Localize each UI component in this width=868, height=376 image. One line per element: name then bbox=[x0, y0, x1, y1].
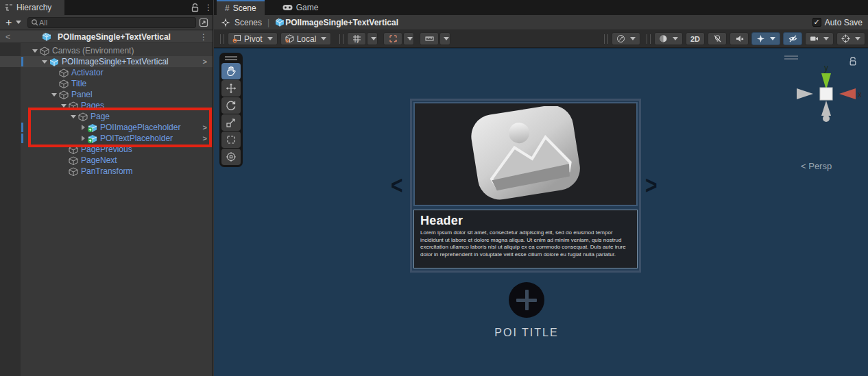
tool-strip-handle[interactable] bbox=[225, 56, 237, 60]
open-prefab-icon[interactable]: > bbox=[203, 123, 207, 131]
tree-label: PagePrevious bbox=[81, 145, 132, 154]
foldout-icon[interactable] bbox=[59, 100, 69, 111]
tree-row-page-previous[interactable]: PagePrevious bbox=[0, 144, 213, 155]
hand-tool[interactable] bbox=[221, 63, 241, 79]
poi-card: Header Lorem ipsum dolor sit amet, conse… bbox=[410, 99, 641, 273]
snap-increment-caret[interactable] bbox=[403, 32, 414, 45]
hierarchy-tree: Canvas (Environment) POIImageSingle+Text… bbox=[0, 45, 213, 177]
prefab-breadcrumb-label[interactable]: POIImageSingle+TextVertical bbox=[285, 18, 398, 27]
tree-row-page-next[interactable]: PageNext bbox=[0, 155, 213, 166]
tree-row-poi-image-placeholder[interactable]: POIImagePlaceholder > bbox=[0, 122, 213, 133]
prefab-added-icon bbox=[88, 134, 97, 143]
tree-row-page[interactable]: Page bbox=[0, 111, 213, 122]
open-prefab-icon[interactable]: > bbox=[203, 58, 207, 66]
tree-label: POIImagePlaceholder bbox=[100, 123, 180, 132]
draw-mode-dropdown[interactable] bbox=[612, 32, 640, 45]
tree-row-canvas[interactable]: Canvas (Environment) bbox=[0, 45, 213, 56]
projection-label[interactable]: < Persp bbox=[801, 161, 832, 171]
tree-label: Canvas (Environment) bbox=[52, 46, 134, 55]
foldout-icon[interactable] bbox=[40, 56, 49, 67]
shading-dropdown[interactable] bbox=[654, 32, 683, 45]
tree-label: Page bbox=[91, 112, 110, 121]
hierarchy-menu-icon[interactable]: ⋮ bbox=[204, 3, 210, 12]
effects-dropdown[interactable] bbox=[751, 32, 780, 45]
grid-visibility-button[interactable]: y bbox=[347, 32, 366, 45]
tab-game[interactable]: Game bbox=[274, 0, 327, 15]
gameobject-icon bbox=[40, 47, 49, 55]
gameobject-icon bbox=[59, 90, 69, 99]
rotate-tool[interactable] bbox=[221, 97, 241, 114]
move-tool[interactable] bbox=[221, 80, 241, 97]
scene-audio-toggle[interactable] bbox=[730, 32, 749, 45]
scenes-breadcrumb-label[interactable]: Scenes bbox=[234, 18, 262, 27]
create-object-button[interactable]: ＋ bbox=[3, 16, 21, 29]
tree-row-activator[interactable]: Activator bbox=[0, 67, 213, 78]
rect-tool[interactable] bbox=[221, 131, 241, 148]
camera-dropdown[interactable] bbox=[805, 32, 834, 45]
pivot-dropdown[interactable]: Pivot bbox=[228, 32, 278, 45]
card-header: Header bbox=[420, 214, 631, 228]
pivot-icon bbox=[232, 34, 241, 43]
toolbar-handle[interactable] bbox=[220, 34, 224, 44]
scale-tool[interactable] bbox=[221, 114, 241, 131]
2d-label: 2D bbox=[690, 35, 700, 43]
autosave-toggle[interactable]: ✓ Auto Save bbox=[812, 18, 863, 27]
scene-lighting-toggle[interactable] bbox=[708, 32, 727, 45]
tree-row-pages[interactable]: Pages bbox=[0, 100, 213, 111]
foldout-icon[interactable] bbox=[69, 111, 78, 122]
tree-row-pan-transform[interactable]: PanTransform bbox=[0, 166, 213, 177]
toolbar-handle[interactable] bbox=[647, 34, 651, 44]
foldout-icon[interactable] bbox=[49, 89, 59, 100]
toolbar-handle[interactable] bbox=[339, 34, 343, 44]
poi-activator-button[interactable] bbox=[509, 282, 544, 318]
tree-row-prefab-root[interactable]: POIImageSingle+TextVertical > bbox=[0, 56, 213, 67]
checkbox-checked-icon[interactable]: ✓ bbox=[812, 18, 821, 27]
measure-caret[interactable] bbox=[439, 32, 450, 45]
grid-visibility-caret[interactable] bbox=[367, 32, 378, 45]
tree-row-poi-text-placeholder[interactable]: POITextPlaceholder > bbox=[0, 133, 213, 144]
poi-image-placeholder[interactable] bbox=[413, 102, 638, 206]
tree-label: POIImageSingle+TextVertical bbox=[62, 57, 169, 66]
gameobject-icon bbox=[69, 156, 78, 165]
tree-row-title[interactable]: Title bbox=[0, 78, 213, 89]
foldout-icon[interactable] bbox=[78, 122, 88, 133]
lock-icon[interactable] bbox=[191, 3, 199, 12]
transform-tool[interactable] bbox=[221, 149, 241, 165]
search-input[interactable] bbox=[39, 18, 162, 27]
gizmos-dropdown[interactable] bbox=[836, 32, 865, 45]
open-prefab-icon[interactable]: > bbox=[203, 134, 207, 142]
image-placeholder-icon bbox=[450, 106, 601, 202]
search-icon bbox=[31, 18, 39, 27]
tree-label: Panel bbox=[71, 90, 93, 99]
breadcrumb-menu-icon[interactable]: ⋮ bbox=[200, 33, 205, 41]
scene-breadcrumb-bar: Scenes | POIImageSingle+TextVertical ✓ A… bbox=[214, 15, 868, 30]
gameobject-icon bbox=[69, 167, 78, 176]
hierarchy-tab-label: Hierarchy bbox=[16, 3, 51, 12]
tree-label: PageNext bbox=[81, 155, 117, 165]
gizmo-handle[interactable] bbox=[784, 55, 798, 60]
measure-button[interactable] bbox=[420, 32, 439, 45]
prefab-icon bbox=[49, 58, 59, 66]
tree-label: Title bbox=[71, 79, 86, 88]
gameobject-icon bbox=[59, 79, 69, 88]
poi-text-placeholder[interactable]: Header Lorem ipsum dolor sit amet, conse… bbox=[413, 210, 638, 268]
foldout-icon[interactable] bbox=[78, 133, 88, 144]
foldout-icon[interactable] bbox=[30, 45, 40, 56]
page-next-arrow[interactable]: > bbox=[645, 171, 658, 200]
tree-row-panel[interactable]: Panel bbox=[0, 89, 213, 100]
snap-increment-button[interactable] bbox=[383, 32, 402, 45]
orientation-gizmo[interactable]: y x < Persp bbox=[782, 51, 861, 175]
open-window-icon[interactable] bbox=[198, 17, 209, 28]
scene-viewport[interactable]: y x < Persp bbox=[214, 48, 868, 376]
2d-toggle[interactable]: 2D bbox=[686, 32, 705, 45]
scene-visibility-toggle[interactable] bbox=[783, 32, 802, 45]
gameobject-icon bbox=[59, 68, 69, 77]
autosave-label: Auto Save bbox=[825, 18, 863, 27]
tab-scene[interactable]: # Scene bbox=[217, 0, 265, 15]
toolbar-handle[interactable] bbox=[604, 34, 608, 44]
local-dropdown[interactable]: Local bbox=[280, 32, 332, 45]
breadcrumb-prefab-name[interactable]: POIImageSingle+TextVertical bbox=[58, 32, 171, 42]
hierarchy-search[interactable] bbox=[27, 17, 196, 28]
tab-hierarchy[interactable]: Hierarchy bbox=[0, 0, 64, 15]
page-previous-arrow[interactable]: < bbox=[391, 171, 403, 200]
